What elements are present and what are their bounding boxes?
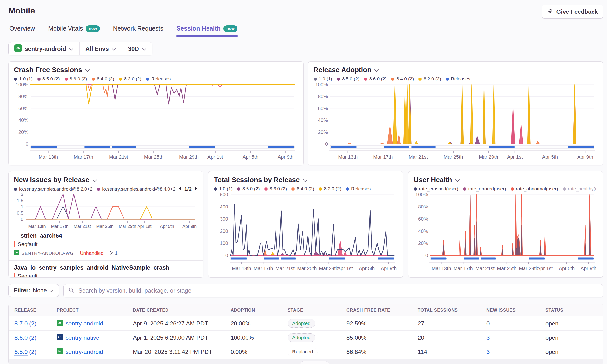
total-sessions-chart[interactable]: 5004003002001000Mar 13thMar 17thMar 21st… [214,193,398,271]
new-issues-title[interactable]: New Issues by Release [14,176,198,184]
svg-text:20%: 20% [418,240,428,246]
issue-title[interactable]: __strlen_aarch64 [14,232,198,239]
new-issues-link[interactable]: 3 [486,349,490,355]
legend-item[interactable]: 8.4.0 (2) [92,76,114,82]
project-selector[interactable]: sentry-android [9,42,79,55]
release-link[interactable]: 8.7.0 (2) [14,320,36,327]
release-link[interactable]: 8.6.0 (2) [14,334,36,341]
legend-item[interactable]: Releases [446,76,470,82]
legend-item[interactable]: rate_crashed(user) [414,186,458,192]
legend-item[interactable]: 8.6.0 (2) [364,76,387,82]
svg-text:20%: 20% [18,130,28,135]
svg-text:Apr 5th: Apr 5th [542,154,558,160]
legend-item[interactable]: 1.0 (1) [314,76,332,82]
legend-page-indicator: 1/2 [184,186,192,192]
svg-text:Apr 5th: Apr 5th [359,266,375,271]
issue-card[interactable]: Java_io_sentry_samples_android_NativeSam… [14,261,198,278]
legend-item[interactable]: Releases [146,76,171,82]
legend-item[interactable]: io.sentry.samples.android@8.4.0+2 [97,186,175,192]
release-adoption-chart[interactable]: 100%80%60%40%20%0Mar 13thMar 17thMar 21s… [314,83,597,160]
chevron-right-icon[interactable] [194,186,198,192]
new-issues-link[interactable]: 3 [486,334,490,341]
legend-label: 8.6.0 (2) [369,76,387,82]
legend-item[interactable]: rate_abnormal(user) [511,186,558,192]
issue-card[interactable]: __strlen_aarch64 Segfault SENTRY-ANDROID… [14,229,198,257]
project-link[interactable]: sentry-native [66,334,99,341]
legend-label: Releases [451,76,470,82]
project-link[interactable]: sentry-android [66,349,103,355]
legend-dot-icon [391,78,394,81]
svg-text:Apr 1st: Apr 1st [507,154,523,160]
crash-free-sessions-title[interactable]: Crash Free Sessions [14,66,298,74]
legend-dot-icon [146,78,149,81]
crash-free-sessions-chart[interactable]: 100%80%60%40%20%0Mar 13thMar 17thMar 21s… [14,83,298,160]
legend-item[interactable]: Releases [346,186,371,192]
column-header-release: RELEASE [9,308,57,313]
project-link[interactable]: sentry-android [66,320,103,327]
legend-item[interactable]: 8.5.0 (2) [237,186,260,192]
legend-item[interactable]: 8.2.0 (2) [119,76,141,82]
legend-dot-icon [37,78,41,81]
session-health-page: Mobile Give Feedback Overview Mobile Vit… [0,0,607,364]
svg-text:Mar 13th: Mar 13th [432,266,451,271]
tab-network-requests[interactable]: Network Requests [113,23,164,36]
environment-selector[interactable]: All Envs [79,42,122,55]
svg-text:1: 1 [21,204,23,209]
search-box [63,284,603,297]
new-badge: new [86,25,100,32]
crash-free-sessions-legend: 1.0 (1)8.5.0 (2)8.6.0 (2)8.4.0 (2)8.2.0 … [14,76,298,82]
user-health-chart[interactable]: 100%80%60%40%20%0Mar 13thMar 17thMar 21s… [414,193,597,271]
chevron-left-icon[interactable] [178,186,181,192]
page-header: Mobile Give Feedback [8,5,603,19]
event-count: 1 [110,250,118,256]
android-icon [14,44,22,53]
legend-dot-icon [214,187,217,191]
chevron-down-icon [455,176,460,184]
filter-button[interactable]: Filter: None [8,284,59,297]
legend-item[interactable]: 8.6.0 (2) [65,76,87,82]
legend-item[interactable]: 8.2.0 (2) [319,186,341,192]
legend-item[interactable]: rate_errored(user) [463,186,506,192]
legend-item[interactable]: 8.5.0 (2) [337,76,359,82]
status-cell: open [545,334,603,341]
legend-item[interactable]: 1.0 (1) [14,76,33,82]
page-filter-pill: sentry-android All Envs 30D [8,42,152,55]
legend-item[interactable]: 8.4.0 (2) [291,186,314,192]
svg-text:Apr 5th: Apr 5th [160,224,174,229]
legend-item[interactable]: 1.0 (1) [214,186,233,192]
legend-item[interactable]: 8.4.0 (2) [391,76,414,82]
tab-overview[interactable]: Overview [9,23,35,36]
legend-item[interactable]: 8.2.0 (2) [418,76,441,82]
legend-dot-icon [291,187,295,191]
legend-item[interactable]: rate_healthy(user) [563,186,597,192]
status-cell: open [545,349,603,355]
release-adoption-panel: Release Adoption 1.0 (1)8.5.0 (2)8.6.0 (… [308,61,603,165]
release-link[interactable]: 8.5.0 (2) [14,349,36,356]
legend-item[interactable]: 8.5.0 (2) [37,76,60,82]
legend-dot-icon [264,187,268,191]
svg-text:Mar 13th: Mar 13th [232,266,251,271]
total-sessions-title[interactable]: Total Sessions by Release [214,176,398,184]
issue-meta: SENTRY-ANDROID-WG Unhandled 1 [14,250,198,257]
user-health-title[interactable]: User Health [414,176,597,184]
tab-session-health[interactable]: Session Healthnew [176,23,238,36]
release-adoption-title[interactable]: Release Adoption [314,66,597,74]
legend-label: 1.0 (1) [219,186,233,192]
issue-title[interactable]: Java_io_sentry_samples_android_NativeSam… [14,264,198,271]
date-range-selector[interactable]: 30D [122,42,152,55]
legend-item[interactable]: 8.6.0 (2) [264,186,287,192]
svg-text:60%: 60% [18,106,28,111]
svg-text:Apr 9th: Apr 9th [381,266,397,271]
svg-text:Apr 1st: Apr 1st [337,266,353,271]
svg-text:1.5: 1.5 [17,198,23,203]
stage-badge: Adopted [288,319,315,328]
new-issues-chart[interactable]: 21.510.50Mar 13thMar 17thMar 21stMar 25t… [14,193,198,229]
unhandled-badge: Unhandled [80,250,104,256]
legend-item[interactable]: io.sentry.samples.android@8.2.0+2 [14,186,92,192]
search-input[interactable] [78,287,598,294]
tab-mobile-vitals[interactable]: Mobile Vitalsnew [48,23,100,36]
date-created-cell: Apr 1, 2025 6:29:00 AM PDT [133,334,231,341]
give-feedback-button[interactable]: Give Feedback [542,5,603,19]
legend-dot-icon [364,78,367,81]
svg-text:Mar 21st: Mar 21st [475,266,495,271]
